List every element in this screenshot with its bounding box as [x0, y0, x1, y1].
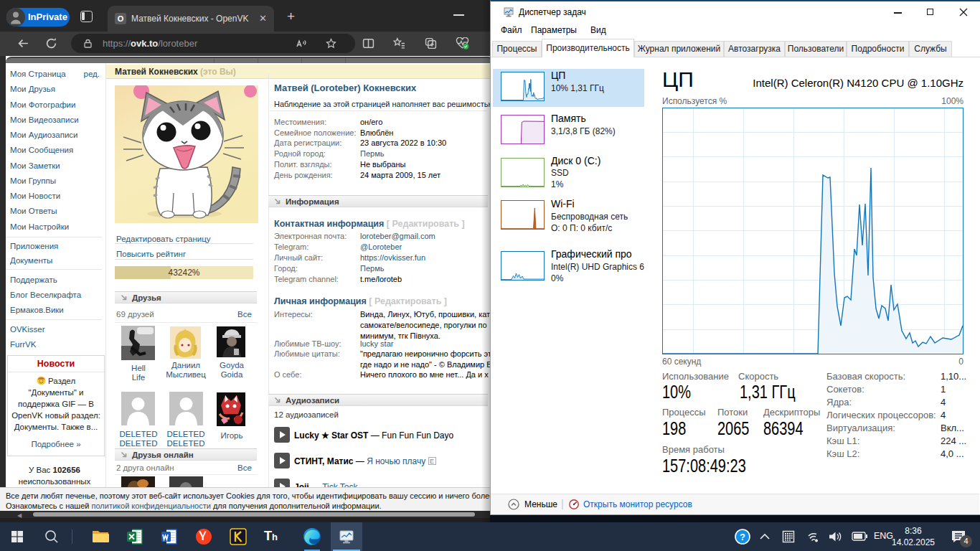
svg-text:?: ?: [740, 532, 745, 542]
